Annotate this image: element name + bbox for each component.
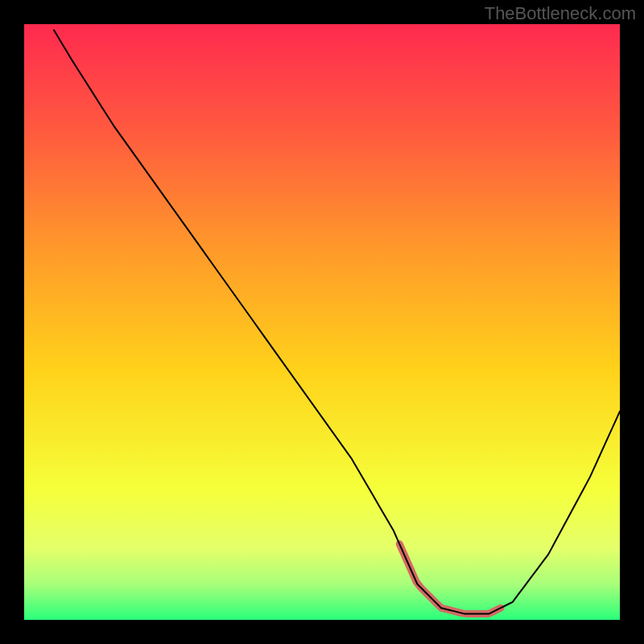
svg-rect-1 [24,24,620,620]
chart-container: TheBottleneck.com [0,0,644,644]
bottleneck-chart [0,0,644,644]
watermark-text: TheBottleneck.com [485,3,636,24]
